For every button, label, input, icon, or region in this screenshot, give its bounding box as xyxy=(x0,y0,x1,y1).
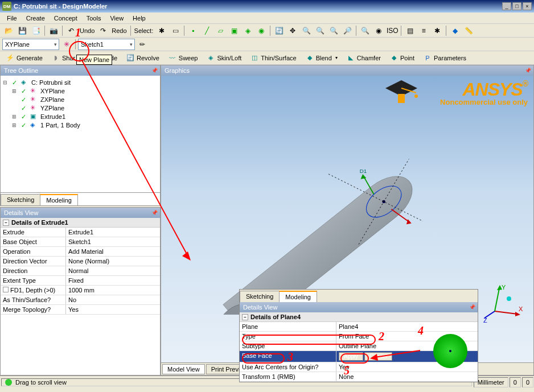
thin-button[interactable]: ◫Thin/Surface xyxy=(247,52,300,64)
select-node-icon[interactable]: ✱ xyxy=(155,25,168,36)
display-edge-icon[interactable]: ≡ xyxy=(417,25,430,36)
svg-marker-10 xyxy=(361,174,367,179)
pin-icon[interactable]: 📌 xyxy=(151,68,158,73)
anno-5: 5 xyxy=(344,364,350,377)
lookat2-icon[interactable]: ◉ xyxy=(372,25,385,36)
color-icon[interactable]: ◆ xyxy=(449,25,461,36)
chamfer-button[interactable]: ◣Chamfer xyxy=(343,52,385,64)
image-icon[interactable]: 📷 xyxy=(47,25,60,36)
new-sketch-icon[interactable]: ✏ xyxy=(136,39,149,50)
parameters-button[interactable]: PParameters xyxy=(420,52,470,64)
detail-row[interactable]: Merge Topology?Yes xyxy=(1,305,160,315)
zoom-sel-icon[interactable]: 🔎 xyxy=(341,25,354,36)
callout-tab-modeling[interactable]: Modeling xyxy=(279,291,317,302)
lookat-icon[interactable]: 🔍 xyxy=(359,25,371,36)
apply-button[interactable]: Apply xyxy=(339,352,363,361)
menu-create[interactable]: Create xyxy=(22,14,50,23)
menu-concept[interactable]: Concept xyxy=(50,14,82,23)
pin-icon[interactable]: 📌 xyxy=(151,210,158,216)
detail-row[interactable]: OperationAdd Material xyxy=(1,247,160,257)
zoom-out-icon[interactable]: 🔍 xyxy=(314,25,326,36)
select-edge-icon[interactable]: ╱ xyxy=(200,25,213,36)
detail-row[interactable]: Direction VectorNone (Normal) xyxy=(1,257,160,266)
collapse-icon[interactable]: − xyxy=(3,220,9,226)
ruler-icon[interactable]: 📏 xyxy=(462,25,475,36)
display-face-icon[interactable]: ▤ xyxy=(404,25,416,36)
select-body2-icon[interactable]: ◈ xyxy=(241,25,254,36)
cancel-button[interactable]: Cancel xyxy=(364,352,392,361)
callout-tab-sketching[interactable]: Sketching xyxy=(240,291,280,302)
zoom-in-icon[interactable]: 🔍 xyxy=(300,25,313,36)
maximize-button[interactable]: □ xyxy=(512,2,521,10)
share-icon: ◗ xyxy=(52,54,60,62)
select-body-icon[interactable]: ▣ xyxy=(228,25,240,36)
detail-row[interactable]: As Thin/Surface?No xyxy=(1,295,160,305)
tab-sketching[interactable]: Sketching xyxy=(1,194,40,205)
point-button[interactable]: ◆Point xyxy=(386,52,418,64)
open-icon[interactable]: 📂 xyxy=(2,25,15,36)
select-box-icon[interactable]: ▭ xyxy=(169,25,182,36)
extrude-icon: ▣ xyxy=(30,113,38,120)
detail-row[interactable]: DirectionNormal xyxy=(1,266,160,276)
zoom-fit-icon[interactable]: 🔍 xyxy=(327,25,340,36)
pin-icon[interactable]: 📌 xyxy=(469,304,475,310)
tree-item-yzplane[interactable]: ✓✳YZPlane xyxy=(3,104,158,112)
menu-view[interactable]: View xyxy=(105,14,128,23)
pin-icon[interactable]: 📌 xyxy=(525,68,531,73)
tab-model-view[interactable]: Model View xyxy=(162,364,205,374)
menu-file[interactable]: File xyxy=(2,14,22,23)
triad[interactable]: X Y Z xyxy=(483,283,523,323)
check-icon: ✓ xyxy=(21,113,28,120)
rotate-icon[interactable]: 🔄 xyxy=(273,25,285,36)
sketch-dropdown[interactable]: Sketch1 xyxy=(78,39,135,50)
export-icon[interactable]: 📑 xyxy=(30,25,42,36)
save-icon[interactable]: 💾 xyxy=(16,25,28,36)
skinloft-button[interactable]: ◈Skin/Loft xyxy=(203,52,245,64)
details-caption[interactable]: −Details of Extrude1 xyxy=(1,218,160,228)
display-vertex-icon[interactable]: ✱ xyxy=(431,25,443,36)
plane-icon: ✳ xyxy=(30,104,38,112)
sweep-button[interactable]: 〰Sweep xyxy=(165,52,202,64)
svg-text:Y: Y xyxy=(502,284,506,291)
tab-modeling[interactable]: Modeling xyxy=(40,194,78,205)
tree-item-xyplane[interactable]: ⊞✓✳XYPlane xyxy=(3,86,158,95)
new-plane-icon[interactable]: ✳ xyxy=(60,39,73,50)
menu-help[interactable]: Help xyxy=(128,14,150,23)
redo-icon[interactable]: ↷ xyxy=(97,25,109,36)
select-face-icon[interactable]: ▱ xyxy=(214,25,227,36)
tree-item-extrude[interactable]: ⊞✓▣Extrude1 xyxy=(3,112,158,121)
tree-root[interactable]: ⊟✓◈C: Potrubni sit xyxy=(3,78,158,86)
share-button[interactable]: ◗Shar xyxy=(48,52,79,64)
detail-row[interactable]: FD1, Depth (>0)1000 mm xyxy=(1,286,160,295)
minimize-button[interactable]: _ xyxy=(502,2,511,10)
body-icon: ◈ xyxy=(30,121,38,129)
pan-icon[interactable]: ✥ xyxy=(286,25,299,36)
tree-item-zxplane[interactable]: ✓✳ZXPlane xyxy=(3,95,158,104)
callout-row-plane[interactable]: PlanePlane4 xyxy=(240,322,478,332)
detail-row[interactable]: Extent TypeFixed xyxy=(1,276,160,286)
titlebar: DM C: Potrubni sit - DesignModeler _ □ × xyxy=(0,0,534,13)
collapse-icon[interactable]: − xyxy=(242,314,248,320)
revolve-button[interactable]: 🔄Revolve xyxy=(122,52,163,64)
svg-text:X: X xyxy=(519,306,523,312)
dimension-label: D1 xyxy=(360,168,367,174)
close-button[interactable]: × xyxy=(523,2,532,10)
menu-tools[interactable]: Tools xyxy=(82,14,106,23)
detail-row[interactable]: ExtrudeExtrude1 xyxy=(1,228,160,237)
app-icon: DM xyxy=(2,2,11,11)
checkbox-icon[interactable] xyxy=(3,287,9,292)
iso-icon[interactable]: ISO xyxy=(386,25,399,36)
blend-button[interactable]: ◆Blend▾ xyxy=(302,52,342,64)
callout-caption[interactable]: −Details of Plane4 xyxy=(240,312,478,322)
left-tabs: Sketching Modeling xyxy=(1,192,160,205)
callout-row-transform[interactable]: Transform 1 (RMB)None xyxy=(240,372,478,382)
model-icon: ◈ xyxy=(21,79,29,86)
detail-row[interactable]: Base ObjectSketch1 xyxy=(1,237,160,247)
tree-item-parts[interactable]: ⊞✓◈1 Part, 1 Body xyxy=(3,121,158,129)
plane-dropdown[interactable]: XYPlane xyxy=(2,39,59,50)
select-body3-icon[interactable]: ◉ xyxy=(255,25,268,36)
generate-button[interactable]: ⚡Generate xyxy=(2,52,47,64)
check-icon: ✓ xyxy=(21,105,28,112)
select-point-icon[interactable]: ▪ xyxy=(187,25,199,36)
anno-3: 3 xyxy=(287,350,293,364)
